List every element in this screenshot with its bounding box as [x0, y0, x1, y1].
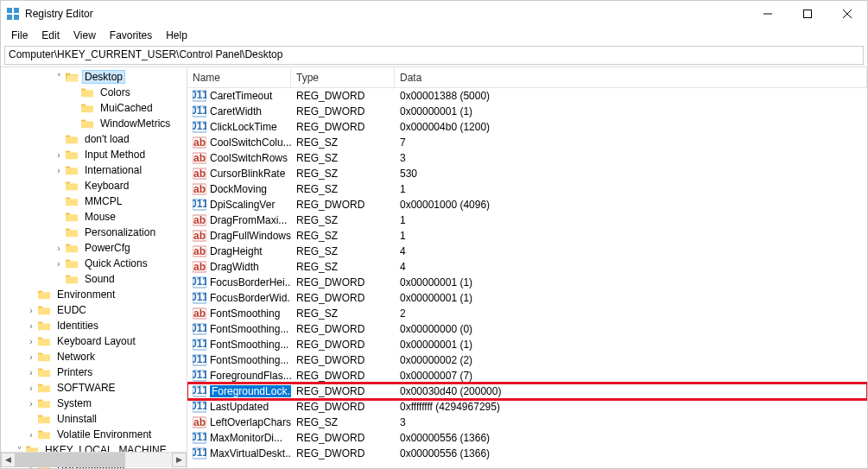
value-row[interactable]: ForegroundFlas...REG_DWORD0x00000007 (7) — [187, 368, 867, 383]
minimize-button[interactable] — [748, 1, 788, 27]
value-row[interactable]: CoolSwitchRowsREG_SZ3 — [187, 150, 867, 166]
reg-string-icon — [193, 136, 206, 149]
tree-item[interactable]: ›Input Method — [1, 147, 187, 162]
tree-item[interactable]: ›SOFTWARE — [1, 380, 187, 396]
value-list[interactable]: Name Type Data CaretTimeoutREG_DWORD0x00… — [187, 67, 867, 468]
address-bar[interactable]: Computer\HKEY_CURRENT_USER\Control Panel… — [4, 46, 864, 65]
menu-file[interactable]: File — [4, 28, 35, 43]
tree-pane[interactable]: ˅DesktopColorsMuiCachedWindowMetricsdon'… — [1, 67, 187, 468]
chevron-right-icon[interactable]: › — [25, 399, 37, 409]
value-row[interactable]: DragWidthREG_SZ4 — [187, 259, 867, 275]
value-row[interactable]: LastUpdatedREG_DWORD0xffffffff (42949672… — [187, 399, 867, 415]
tree-item[interactable]: ›PowerCfg — [1, 240, 187, 256]
tree-item-label: MMCPL — [82, 195, 124, 207]
value-type: REG_DWORD — [291, 447, 395, 459]
tree-item[interactable]: ›EUDC — [1, 302, 187, 318]
chevron-right-icon[interactable]: › — [25, 383, 37, 393]
chevron-right-icon[interactable]: › — [53, 259, 65, 269]
reg-binary-icon — [193, 384, 206, 398]
tree-item[interactable]: ›International — [1, 162, 187, 178]
value-type: REG_DWORD — [291, 90, 395, 102]
tree-item[interactable]: Environment — [1, 287, 187, 302]
column-name[interactable]: Name — [187, 68, 291, 87]
tree-item[interactable]: Uninstall — [1, 411, 187, 427]
value-row[interactable]: DpiScalingVerREG_DWORD0x00001000 (4096) — [187, 197, 867, 212]
folder-icon — [65, 149, 79, 161]
tree-item-label: Volatile Environment — [54, 428, 154, 440]
value-row[interactable]: FontSmoothingREG_SZ2 — [187, 306, 867, 321]
tree-item[interactable]: MMCPL — [1, 193, 187, 209]
tree-item-label: MuiCached — [98, 102, 155, 114]
tree-item[interactable]: ›Identities — [1, 318, 187, 333]
value-row[interactable]: FontSmoothing...REG_DWORD0x00000001 (1) — [187, 337, 867, 352]
value-row[interactable]: MaxMonitorDi...REG_DWORD0x00000556 (1366… — [187, 430, 867, 446]
value-row[interactable]: DockMovingREG_SZ1 — [187, 181, 867, 197]
value-row[interactable]: LeftOverlapCharsREG_SZ3 — [187, 415, 867, 430]
scroll-left-icon[interactable]: ◀ — [1, 453, 16, 467]
menu-view[interactable]: View — [67, 28, 103, 43]
value-name: FocusBorderWid... — [210, 292, 291, 304]
maximize-button[interactable] — [788, 1, 827, 27]
value-row[interactable]: DragHeightREG_SZ4 — [187, 244, 867, 259]
value-row[interactable]: DragFullWindowsREG_SZ1 — [187, 228, 867, 244]
value-data: 7 — [395, 136, 867, 149]
reg-string-icon — [193, 307, 206, 320]
value-row[interactable]: MaxVirtualDeskt...REG_DWORD0x00000556 (1… — [187, 446, 867, 461]
tree-item[interactable]: ˅Desktop — [1, 69, 187, 85]
tree-item[interactable]: don't load — [1, 131, 187, 147]
tree-item[interactable]: Mouse — [1, 209, 187, 225]
reg-string-icon — [193, 415, 206, 429]
value-row[interactable]: CursorBlinkRateREG_SZ530 — [187, 166, 867, 181]
window-title: Registry Editor — [25, 8, 748, 20]
scroll-right-icon[interactable]: ▶ — [172, 453, 187, 467]
folder-icon — [37, 397, 51, 409]
chevron-right-icon[interactable]: › — [25, 352, 37, 362]
value-row[interactable]: DragFromMaxi...REG_SZ1 — [187, 212, 867, 228]
value-row[interactable]: CaretWidthREG_DWORD0x00000001 (1) — [187, 104, 867, 119]
chevron-down-icon[interactable]: ˅ — [53, 73, 65, 82]
chevron-right-icon[interactable]: › — [25, 337, 37, 346]
column-type[interactable]: Type — [291, 68, 395, 87]
value-data: 4 — [395, 261, 867, 273]
tree-item-label: Personalization — [82, 226, 158, 238]
menu-favorites[interactable]: Favorites — [103, 28, 159, 43]
tree-item[interactable]: Colors — [1, 85, 187, 100]
tree-hscrollbar[interactable]: ◀ ▶ — [1, 452, 187, 466]
chevron-right-icon[interactable]: › — [53, 166, 65, 175]
tree-item[interactable]: ›Quick Actions — [1, 256, 187, 271]
tree-item[interactable]: Keyboard — [1, 178, 187, 193]
value-row[interactable]: FontSmoothing...REG_DWORD0x00000002 (2) — [187, 352, 867, 368]
chevron-right-icon[interactable]: › — [53, 150, 65, 160]
menu-edit[interactable]: Edit — [35, 28, 67, 43]
tree-item[interactable]: MuiCached — [1, 100, 187, 116]
folder-icon — [37, 428, 51, 440]
tree-item[interactable]: ›Network — [1, 349, 187, 364]
chevron-right-icon[interactable]: › — [25, 306, 37, 315]
tree-item[interactable]: ›Volatile Environment — [1, 427, 187, 442]
value-row[interactable]: ForegroundLock...REG_DWORD0x00030d40 (20… — [187, 383, 867, 399]
chevron-right-icon[interactable]: › — [53, 244, 65, 253]
value-row[interactable]: CaretTimeoutREG_DWORD0x00001388 (5000) — [187, 88, 867, 104]
tree-item[interactable]: ›System — [1, 396, 187, 411]
value-row[interactable]: FocusBorderWid...REG_DWORD0x00000001 (1) — [187, 290, 867, 306]
value-type: REG_DWORD — [291, 385, 395, 397]
column-data[interactable]: Data — [395, 68, 867, 87]
folder-icon — [65, 226, 79, 238]
chevron-right-icon[interactable]: › — [25, 430, 37, 440]
tree-item[interactable]: WindowMetrics — [1, 116, 187, 131]
chevron-right-icon[interactable]: › — [25, 368, 37, 377]
tree-item[interactable]: Sound — [1, 271, 187, 287]
tree-item[interactable]: ›Printers — [1, 364, 187, 380]
tree-item[interactable]: ›Keyboard Layout — [1, 333, 187, 349]
chevron-right-icon[interactable]: › — [25, 321, 37, 331]
value-row[interactable]: ClickLockTimeREG_DWORD0x000004b0 (1200) — [187, 119, 867, 135]
value-name: FontSmoothing... — [210, 339, 288, 351]
close-button[interactable] — [827, 1, 867, 27]
tree-item[interactable]: Personalization — [1, 225, 187, 240]
menu-help[interactable]: Help — [159, 28, 194, 43]
value-row[interactable]: FontSmoothing...REG_DWORD0x00000000 (0) — [187, 321, 867, 337]
svg-rect-3 — [14, 15, 19, 20]
value-row[interactable]: CoolSwitchColu...REG_SZ7 — [187, 135, 867, 150]
folder-icon — [37, 288, 51, 301]
value-row[interactable]: FocusBorderHei...REG_DWORD0x00000001 (1) — [187, 275, 867, 290]
